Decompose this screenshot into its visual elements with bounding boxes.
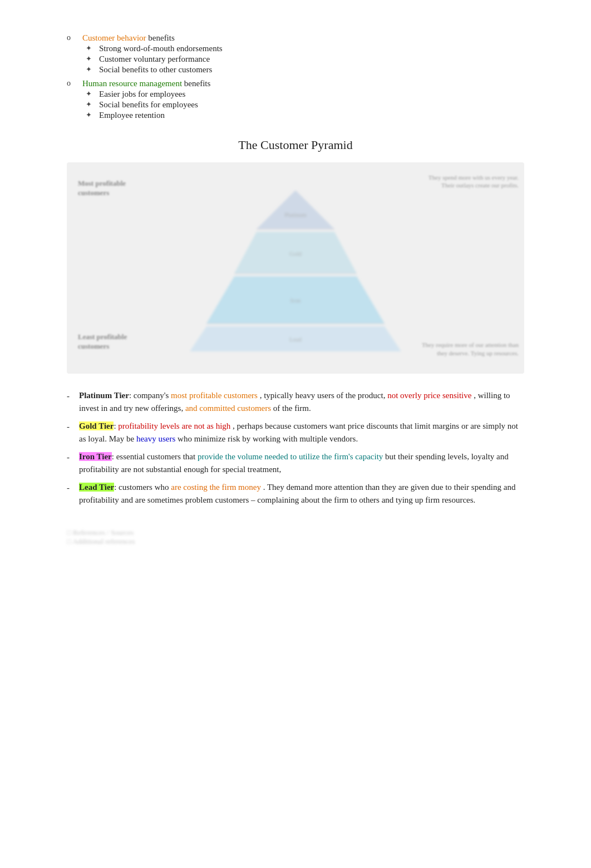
footer-line-1: □ References / Sources [67,528,524,537]
svg-text:Lead: Lead [289,336,302,343]
sub-marker: ✦ [82,100,99,109]
customer-behavior-label: Customer behavior [82,33,146,42]
tier-gold-text-3: who minimize risk by working with multip… [175,434,358,443]
hrm-sub-2-text: Social benefits for employees [99,100,198,110]
tier-platinum-name: Platinum Tier [79,391,129,400]
pyramid-svg: Platinum Gold Iron Lead [179,179,412,357]
bullet-marker: o [67,33,82,42]
svg-marker-0 [257,190,334,229]
tier-platinum-committed: and committed customers [185,404,271,413]
tier-lead-content: Lead Tier: customers who are costing the… [79,481,524,506]
sub-marker: ✦ [82,54,99,63]
tier-iron-text-1: : essential customers that [112,452,198,461]
tier-lead-name: Lead Tier [79,483,114,492]
tier-platinum-text-1: : company's [129,391,171,400]
bullet-item-1-content: Customer behavior benefits ✦ Strong word… [82,33,223,77]
hrm-sub-1-text: Easier jobs for employees [99,90,185,99]
sub-marker: ✦ [82,65,99,74]
tier-platinum-not-price-sensitive: not overly price sensitive [387,391,471,400]
footer-references: □ References / Sources □ Additional refe… [67,528,524,546]
tier-dash-gold: - [67,420,79,433]
bullet-marker-2: o [67,79,82,88]
sub-marker: ✦ [82,90,99,98]
customer-behavior-rest: benefits [148,33,174,42]
pyramid-diagram: Platinum Gold Iron Lead Most profitablec… [67,162,524,374]
pyramid-title: The Customer Pyramid [67,138,524,152]
tier-platinum-content: Platinum Tier: company's most profitable… [79,389,524,414]
customer-behavior-sublist: ✦ Strong word-of-mouth endorsements ✦ Cu… [82,44,223,75]
sub-marker: ✦ [82,44,99,53]
tier-lead-costing-money: are costing the firm money [171,483,261,492]
bullet-list: o Customer behavior benefits ✦ Strong wo… [67,33,524,122]
tier-iron-capacity: provide the volume needed to utilize the… [198,452,383,461]
tier-platinum-most-profitable: most profitable customers [171,391,258,400]
svg-text:Iron: Iron [290,297,301,304]
hrm-label: Human resource management [82,79,182,88]
bullet-section: o Customer behavior benefits ✦ Strong wo… [67,33,524,122]
tier-lead: - Lead Tier: customers who are costing t… [67,481,524,506]
hrm-sub-3: ✦ Employee retention [82,111,210,120]
pyramid-label-top-left: Most profitablecustomers [78,179,126,198]
svg-text:Platinum: Platinum [284,211,307,218]
tier-gold-heavy-users: heavy users [136,434,175,443]
tier-platinum-of: of the firm. [271,404,311,413]
hrm-sublist: ✦ Easier jobs for employees ✦ Social ben… [82,90,210,120]
hrm-sub-2: ✦ Social benefits for employees [82,100,210,110]
tier-iron: - Iron Tier: essential customers that pr… [67,450,524,475]
footer-line-2: □ Additional references [67,537,524,546]
hrm-sub-1: ✦ Easier jobs for employees [82,90,210,99]
sub-item-1: ✦ Strong word-of-mouth endorsements [82,44,223,53]
tier-lead-text-1: : customers who [114,483,171,492]
tier-dash-iron: - [67,450,79,464]
pyramid-label-top-right: They spend more with us every year. Thei… [418,173,519,190]
bullet-item-1: o Customer behavior benefits ✦ Strong wo… [67,33,524,77]
tier-platinum: - Platinum Tier: company's most profitab… [67,389,524,414]
pyramid-label-bottom-right: They require more of our attention than … [418,341,519,357]
tier-platinum-text-2: , typically heavy users of the product, [258,391,387,400]
tier-gold-profitability: profitability levels are not as high [118,421,230,430]
svg-text:Gold: Gold [289,250,302,257]
tier-gold: - Gold Tier: profitability levels are no… [67,420,524,445]
hrm-sub-3-text: Employee retention [99,111,165,120]
tier-iron-name: Iron Tier [79,452,112,461]
pyramid-inner: Platinum Gold Iron Lead Most profitablec… [67,162,524,374]
pyramid-label-bottom-left: Least profitablecustomers [78,333,127,351]
sub-item-2: ✦ Customer voluntary performance [82,54,223,64]
tier-dash: - [67,389,79,403]
sub-item-3: ✦ Social benefits to other customers [82,65,223,75]
bullet-item-2-content: Human resource management benefits ✦ Eas… [82,79,210,122]
tier-list: - Platinum Tier: company's most profitab… [67,389,524,506]
tier-dash-lead: - [67,481,79,494]
bullet-item-2: o Human resource management benefits ✦ E… [67,79,524,122]
sub-marker: ✦ [82,111,99,120]
tier-gold-name: Gold Tier [79,421,114,430]
tier-iron-content: Iron Tier: essential customers that prov… [79,450,524,475]
hrm-rest: benefits [184,79,210,88]
sub-item-2-text: Customer voluntary performance [99,54,210,64]
tier-gold-content: Gold Tier: profitability levels are not … [79,420,524,445]
sub-item-3-text: Social benefits to other customers [99,65,212,75]
sub-item-1-text: Strong word-of-mouth endorsements [99,44,223,53]
